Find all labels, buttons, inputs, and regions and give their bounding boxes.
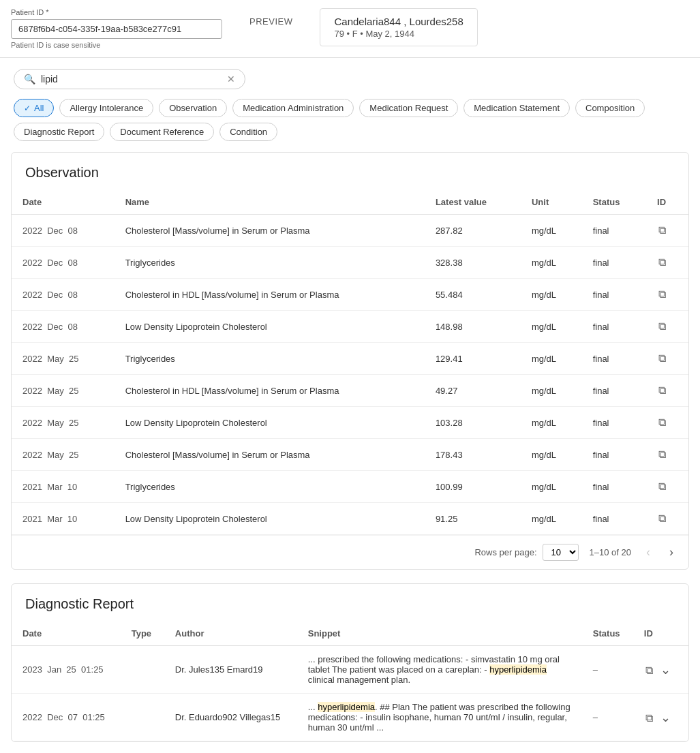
- unit-cell: mg/dL: [521, 375, 582, 407]
- table-row: 2022 May 25 Cholesterol [Mass/volume] in…: [12, 439, 688, 471]
- next-page-button[interactable]: ›: [665, 544, 678, 561]
- rows-per-page-label: Rows per page:: [474, 547, 536, 557]
- value-cell: 328.38: [425, 247, 521, 279]
- chip-allergy[interactable]: Allergy Intolerance: [59, 99, 153, 117]
- status-cell: final: [582, 503, 646, 535]
- diagnostic-report-tbody: 2023 Jan 25 01:25 Dr. Jules135 Emard19 .…: [12, 646, 688, 741]
- chip-composition[interactable]: Composition: [575, 99, 645, 117]
- name-cell: Cholesterol [Mass/volume] in Serum or Pl…: [115, 439, 425, 471]
- dr-id-cell: ⧉ ⌄: [633, 646, 688, 694]
- id-cell: ⧉: [646, 503, 688, 535]
- copy-id-button[interactable]: ⧉: [657, 287, 667, 302]
- rows-per-page-select[interactable]: 10 20 50: [543, 544, 579, 561]
- dr-expand-button[interactable]: ⌄: [656, 661, 675, 679]
- copy-id-button[interactable]: ⧉: [657, 255, 667, 270]
- top-bar: Patient ID * Patient ID is case sensitiv…: [0, 0, 700, 58]
- status-cell: final: [582, 247, 646, 279]
- unit-cell: mg/dL: [521, 279, 582, 311]
- name-cell: Triglycerides: [115, 247, 425, 279]
- id-cell: ⧉: [646, 407, 688, 439]
- chip-observation[interactable]: Observation: [159, 99, 227, 117]
- observation-table: Date Name Latest value Unit Status ID 20…: [12, 190, 688, 535]
- dr-snippet-cell: ... prescribed the following medications…: [297, 646, 582, 694]
- dr-type-cell: [121, 646, 164, 694]
- name-cell: Low Density Lipoprotein Cholesterol: [115, 503, 425, 535]
- copy-id-button[interactable]: ⧉: [657, 383, 667, 398]
- table-row: 2022 Dec 08 Cholesterol [Mass/volume] in…: [12, 215, 688, 247]
- diagnostic-report-title: Diagnostic Report: [12, 584, 688, 621]
- patient-id-sensitive-label: Patient ID is case sensitive: [11, 41, 222, 49]
- diagnostic-report-thead: Date Type Author Snippet Status ID: [12, 621, 688, 646]
- chip-document-reference[interactable]: Document Reference: [110, 123, 214, 141]
- table-row: 2022 May 25 Cholesterol in HDL [Mass/vol…: [12, 375, 688, 407]
- search-icon: 🔍: [24, 74, 35, 84]
- status-cell: final: [582, 311, 646, 343]
- clear-search-icon[interactable]: ✕: [227, 74, 235, 84]
- search-filter-area: 🔍 ✕ ✓ All Allergy Intolerance Observatio…: [0, 58, 700, 152]
- copy-id-button[interactable]: ⧉: [657, 319, 667, 334]
- id-cell: ⧉: [646, 471, 688, 503]
- dr-col-date: Date: [12, 621, 121, 646]
- col-unit: Unit: [521, 190, 582, 215]
- date-cell: 2022 Dec 08: [12, 279, 115, 311]
- status-cell: final: [582, 215, 646, 247]
- unit-cell: mg/dL: [521, 439, 582, 471]
- unit-cell: mg/dL: [521, 215, 582, 247]
- filter-chips: ✓ All Allergy Intolerance Observation Me…: [14, 99, 686, 141]
- copy-id-button[interactable]: ⧉: [657, 447, 667, 462]
- unit-cell: mg/dL: [521, 503, 582, 535]
- patient-name: Candelaria844 , Lourdes258: [334, 16, 463, 27]
- date-cell: 2021 Mar 10: [12, 471, 115, 503]
- dr-copy-button[interactable]: ⧉: [644, 711, 654, 726]
- dr-snippet-cell: ... hyperlipidemia. ## Plan The patient …: [297, 694, 582, 741]
- name-cell: Triglycerides: [115, 343, 425, 375]
- chip-medication-admin[interactable]: Medication Administration: [232, 99, 354, 117]
- copy-id-button[interactable]: ⧉: [657, 223, 667, 238]
- dr-author-cell: Dr. Eduardo902 Villegas15: [164, 694, 297, 741]
- col-latest-value: Latest value: [425, 190, 521, 215]
- unit-cell: mg/dL: [521, 471, 582, 503]
- dr-copy-button[interactable]: ⧉: [644, 663, 654, 678]
- pagination-row: Rows per page: 10 20 50 1–10 of 20 ‹ ›: [12, 535, 688, 569]
- date-cell: 2022 May 25: [12, 439, 115, 471]
- dr-date-cell: 2023 Jan 25 01:25: [12, 646, 121, 694]
- dr-col-snippet: Snippet: [297, 621, 582, 646]
- observation-tbody: 2022 Dec 08 Cholesterol [Mass/volume] in…: [12, 215, 688, 535]
- chip-all[interactable]: ✓ All: [14, 99, 54, 117]
- patient-id-input[interactable]: [11, 19, 222, 39]
- value-cell: 49.27: [425, 375, 521, 407]
- copy-id-button[interactable]: ⧉: [657, 479, 667, 494]
- prev-page-button[interactable]: ‹: [642, 544, 654, 561]
- copy-id-button[interactable]: ⧉: [657, 351, 667, 366]
- col-date: Date: [12, 190, 115, 215]
- search-input[interactable]: [41, 74, 227, 84]
- search-box: 🔍 ✕: [14, 69, 245, 89]
- dr-expand-button[interactable]: ⌄: [656, 709, 675, 726]
- chip-diagnostic-report[interactable]: Diagnostic Report: [14, 123, 104, 141]
- unit-cell: mg/dL: [521, 311, 582, 343]
- status-cell: final: [582, 375, 646, 407]
- preview-button[interactable]: PREVIEW: [239, 12, 303, 31]
- table-row: 2023 Jan 25 01:25 Dr. Jules135 Emard19 .…: [12, 646, 688, 694]
- copy-id-button[interactable]: ⧉: [657, 415, 667, 430]
- name-cell: Cholesterol in HDL [Mass/volume] in Seru…: [115, 279, 425, 311]
- value-cell: 100.99: [425, 471, 521, 503]
- status-cell: final: [582, 471, 646, 503]
- id-cell: ⧉: [646, 375, 688, 407]
- status-cell: final: [582, 343, 646, 375]
- id-cell: ⧉: [646, 215, 688, 247]
- chip-medication-request[interactable]: Medication Request: [359, 99, 458, 117]
- chip-medication-statement[interactable]: Medication Statement: [463, 99, 570, 117]
- chip-condition[interactable]: Condition: [219, 123, 277, 141]
- name-cell: Triglycerides: [115, 471, 425, 503]
- dr-col-type: Type: [121, 621, 164, 646]
- unit-cell: mg/dL: [521, 343, 582, 375]
- patient-details: 79 • F • May 2, 1944: [334, 29, 463, 39]
- status-cell: final: [582, 407, 646, 439]
- copy-id-button[interactable]: ⧉: [657, 511, 667, 526]
- table-row: 2022 Dec 08 Cholesterol in HDL [Mass/vol…: [12, 279, 688, 311]
- dr-id-cell: ⧉ ⌄: [633, 694, 688, 741]
- name-cell: Low Density Lipoprotein Cholesterol: [115, 407, 425, 439]
- dr-date-cell: 2022 Dec 07 01:25: [12, 694, 121, 741]
- date-cell: 2022 Dec 08: [12, 247, 115, 279]
